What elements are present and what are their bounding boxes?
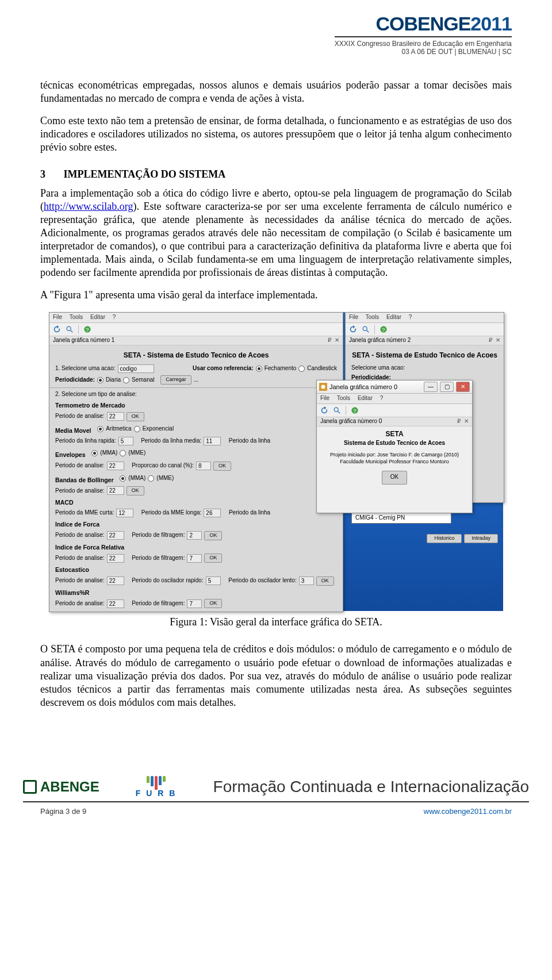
- paragraph-2: Como este texto não tem a pretensão de e…: [40, 114, 512, 154]
- linha-rapida-label: Periodo da linha rapida:: [55, 437, 116, 445]
- list-item[interactable]: CMIG4 - Cemig PN: [355, 514, 447, 522]
- prop-canal-input[interactable]: 8: [196, 462, 211, 470]
- mme-longa-input[interactable]: 26: [204, 509, 221, 517]
- win1-divider-1: [49, 387, 343, 388]
- c-info-icon[interactable]: ?: [351, 406, 359, 414]
- win1-app-title: SETA - Sistema de Estudo Tecnico de Acoe…: [55, 351, 337, 360]
- scilab-link[interactable]: http://www.scilab.org: [44, 201, 133, 212]
- env-periodo-input[interactable]: 22: [107, 462, 124, 470]
- term-periodo-label: Periodo de analise:: [55, 413, 105, 420]
- radio-semanal[interactable]: [123, 377, 129, 383]
- radio-fechamento[interactable]: [256, 366, 262, 372]
- radio-boll-mme[interactable]: [148, 475, 154, 482]
- radio-candlestick[interactable]: [298, 366, 305, 372]
- radio-boll-mma[interactable]: [120, 475, 126, 482]
- wr-filtragem-input[interactable]: 7: [187, 599, 202, 608]
- w2-rotate-icon[interactable]: [349, 325, 357, 333]
- desktop-background: File Tools Editar ? ? Janela gráfica núm…: [49, 312, 503, 611]
- rotate-icon[interactable]: [53, 325, 61, 333]
- win2-titlestrip: Janela gráfica número 2 ₽ ✕: [346, 336, 504, 345]
- forca-rel-periodo-input[interactable]: 22: [107, 554, 124, 563]
- wr-ok-button[interactable]: OK: [204, 599, 222, 608]
- term-ok-button[interactable]: OK: [126, 412, 144, 421]
- aritmetica-label: Aritmetica: [106, 425, 131, 433]
- credits-ok-button[interactable]: OK: [382, 471, 407, 485]
- furb-logo: F U R B: [136, 776, 177, 798]
- menu-tools[interactable]: Tools: [70, 314, 83, 320]
- linha-media-input[interactable]: 11: [204, 437, 221, 445]
- credits-titlebar: Janela gráfica número 0 — ▢ ✕: [317, 381, 472, 394]
- radio-env-mma[interactable]: [91, 450, 98, 456]
- menu-help[interactable]: ?: [113, 314, 116, 320]
- win1-menubar[interactable]: File Tools Editar ?: [49, 313, 343, 323]
- win1-titlestrip: Janela gráfica número 1 ₽ ✕: [49, 336, 343, 345]
- boll-mme-label: (MME): [156, 475, 174, 482]
- credits-menubar[interactable]: File Tools Editar ?: [317, 394, 472, 404]
- page-number: Página 3 de 9: [40, 807, 86, 816]
- step1-label: 1. Selecione uma acao:: [55, 365, 116, 372]
- boll-ok-button[interactable]: OK: [126, 486, 144, 495]
- c-menu-file[interactable]: File: [320, 395, 329, 401]
- menu-file[interactable]: File: [53, 314, 62, 320]
- win2-menubar[interactable]: File Tools Editar ?: [346, 313, 504, 323]
- radio-exponencial[interactable]: [134, 426, 140, 432]
- credits-pin-close[interactable]: ₽ ✕: [457, 418, 469, 425]
- maximize-button[interactable]: ▢: [440, 382, 454, 392]
- estoc-ok-button[interactable]: OK: [316, 577, 334, 586]
- env-ok-button[interactable]: OK: [213, 462, 231, 471]
- c-rotate-icon[interactable]: [320, 406, 328, 414]
- forca-filtragem-input[interactable]: 2: [187, 531, 202, 540]
- prop-canal-label: Proporcao do canal (%):: [132, 462, 194, 470]
- close-button[interactable]: ✕: [456, 382, 470, 392]
- radio-env-mme[interactable]: [120, 450, 126, 456]
- forca-ok-button[interactable]: OK: [204, 531, 222, 540]
- minimize-button[interactable]: —: [424, 382, 438, 392]
- c-menu-editar[interactable]: Editar: [358, 395, 373, 401]
- semanal-label: Semanal: [132, 376, 154, 384]
- w2-menu-tools[interactable]: Tools: [366, 314, 379, 320]
- scilab-icon: [319, 383, 327, 391]
- mme-curta-input[interactable]: 12: [116, 509, 133, 517]
- info-icon[interactable]: ?: [83, 325, 91, 333]
- win1-pin-close[interactable]: ₽ ✕: [328, 337, 339, 344]
- osc-rapido-input[interactable]: 5: [206, 577, 221, 585]
- svg-text:?: ?: [86, 327, 89, 333]
- forca-rel-ok-button[interactable]: OK: [204, 554, 222, 563]
- carregar-button[interactable]: Carregar: [160, 375, 191, 385]
- section-3-heading: 3 IMPLEMENTAÇÃO DO SISTEMA: [40, 168, 512, 181]
- diaria-label: Diaria: [106, 376, 121, 384]
- radio-diaria[interactable]: [97, 377, 103, 383]
- osc-lento-label: Periodo do oscilador lento:: [228, 577, 296, 585]
- boll-periodo-input[interactable]: 22: [107, 486, 124, 495]
- media-movel-header: Media Movel: [55, 427, 91, 435]
- c-menu-tools[interactable]: Tools: [337, 395, 350, 401]
- row-periodicidade: Periodicidade: Diaria Semanal Carregar .…: [55, 375, 337, 385]
- macd-linha-label: Periodo da linha: [229, 509, 270, 517]
- zoom-icon[interactable]: [66, 325, 74, 333]
- osc-lento-input[interactable]: 3: [299, 577, 314, 585]
- w2-menu-file[interactable]: File: [349, 314, 358, 320]
- w2-info-icon[interactable]: ?: [379, 325, 388, 333]
- forca-rel-filtragem-input[interactable]: 7: [187, 554, 202, 563]
- forca-periodo-label: Periodo de analise:: [55, 532, 105, 539]
- furb-bars-icon: [136, 776, 177, 790]
- header-dates: 03 A 06 DE OUT | BLUMENAU | SC: [335, 48, 512, 56]
- w2-menu-editar[interactable]: Editar: [386, 314, 401, 320]
- mme-longa-label: Periodo da MME longa:: [141, 509, 202, 517]
- historico-button[interactable]: Historico: [427, 534, 462, 543]
- forca-periodo-input[interactable]: 22: [107, 531, 124, 540]
- wr-periodo-input[interactable]: 22: [107, 599, 124, 608]
- term-periodo-input[interactable]: 22: [107, 412, 124, 421]
- menu-editar[interactable]: Editar: [90, 314, 105, 320]
- win2-pin-close[interactable]: ₽ ✕: [489, 337, 500, 344]
- c-zoom-icon[interactable]: [333, 406, 341, 414]
- estoc-periodo-input[interactable]: 22: [107, 577, 124, 585]
- abenge-text: ABENGE: [40, 779, 99, 795]
- c-menu-help[interactable]: ?: [380, 395, 384, 401]
- input-codigo[interactable]: codigo: [118, 364, 154, 373]
- w2-menu-help[interactable]: ?: [409, 314, 412, 320]
- linha-rapida-input[interactable]: 5: [118, 437, 133, 445]
- intraday-button[interactable]: Intraday: [464, 534, 498, 543]
- w2-zoom-icon[interactable]: [362, 325, 370, 333]
- radio-aritmetica[interactable]: [97, 426, 103, 432]
